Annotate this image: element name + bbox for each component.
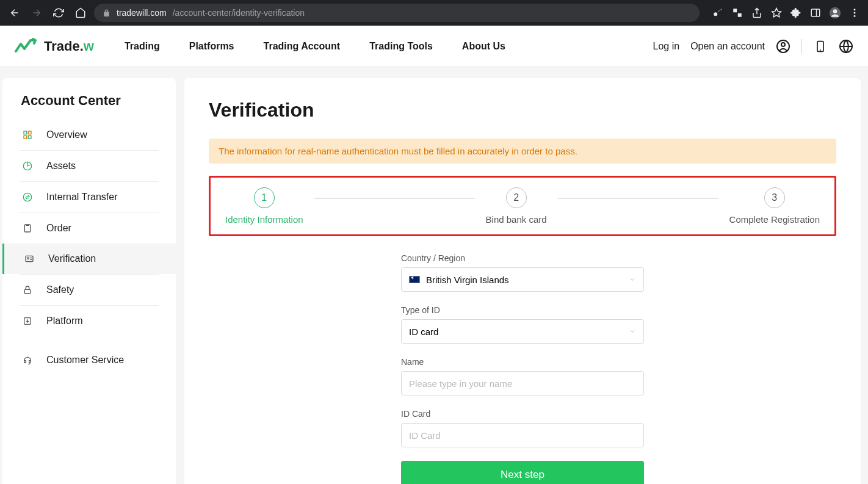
field-label: Country / Region	[401, 253, 644, 263]
field-country: Country / Region British Virgin Islands	[401, 253, 644, 292]
pie-icon	[22, 161, 33, 172]
sidebar-item-safety[interactable]: Safety	[20, 274, 159, 305]
browser-chrome: tradewill.com/account-center/identity-ve…	[0, 0, 868, 26]
nav-trading[interactable]: Trading	[125, 41, 160, 52]
chrome-right-icons	[711, 5, 862, 20]
transfer-icon	[22, 192, 33, 203]
flag-icon	[409, 276, 420, 283]
chevron-down-icon	[629, 276, 636, 283]
main-nav: Trading Platforms Trading Account Tradin…	[125, 41, 505, 52]
site-header: Trade.w Trading Platforms Trading Accoun…	[0, 26, 868, 67]
nav-platforms[interactable]: Platforms	[189, 41, 234, 52]
sidebar-item-platform[interactable]: Platform	[20, 305, 159, 336]
sidebar-item-overview[interactable]: Overview	[20, 120, 159, 150]
svg-point-21	[27, 258, 29, 259]
step-line	[558, 198, 718, 199]
page-title: Verification	[209, 99, 836, 121]
sidebar-item-label: Internal Transfer	[46, 192, 118, 203]
idcard-input[interactable]	[409, 424, 636, 447]
select-value: ID card	[409, 327, 438, 337]
header-right: Log in Open an account	[653, 39, 853, 54]
field-name: Name	[401, 357, 644, 396]
back-button[interactable]	[6, 4, 23, 21]
svg-point-10	[781, 43, 785, 46]
mobile-icon[interactable]	[813, 39, 828, 54]
nav-about-us[interactable]: About Us	[462, 41, 505, 52]
id-icon	[24, 253, 35, 264]
home-button[interactable]	[72, 4, 89, 21]
sidebar-item-label: Verification	[48, 253, 96, 264]
svg-rect-20	[26, 256, 33, 261]
login-link[interactable]: Log in	[653, 41, 680, 52]
sidebar-item-order[interactable]: Order	[20, 212, 159, 244]
svg-rect-16	[28, 131, 31, 134]
sidebar-item-internal-transfer[interactable]: Internal Transfer	[20, 181, 159, 212]
step-1: 1 Identity Information	[225, 187, 303, 225]
open-account-link[interactable]: Open an account	[690, 41, 765, 52]
idtype-select[interactable]: ID card	[401, 319, 644, 344]
step-label: Identity Information	[225, 214, 303, 225]
field-label: ID Card	[401, 409, 644, 419]
nav-trading-account[interactable]: Trading Account	[264, 41, 341, 52]
select-value: British Virgin Islands	[426, 275, 509, 285]
svg-point-19	[23, 193, 31, 201]
lock-icon	[103, 9, 110, 17]
step-number: 2	[506, 187, 527, 208]
account-icon[interactable]	[776, 39, 790, 54]
lock-icon	[22, 284, 33, 295]
field-label: Name	[401, 357, 644, 367]
key-icon[interactable]	[711, 5, 725, 20]
translate-icon[interactable]	[730, 5, 745, 20]
sidebar-item-label: Platform	[46, 316, 83, 327]
content: Verification The information for real-na…	[184, 78, 861, 484]
header-divider	[801, 39, 802, 54]
name-input[interactable]	[409, 372, 636, 395]
sidebar-item-label: Overview	[46, 129, 87, 140]
alert-banner: The information for real-name authentica…	[209, 139, 836, 164]
verification-form: Country / Region British Virgin Islands …	[401, 253, 644, 484]
next-step-button[interactable]: Next step	[401, 461, 644, 484]
chevron-down-icon	[629, 328, 636, 335]
sidebar-item-label: Customer Service	[46, 355, 124, 366]
step-number: 3	[764, 187, 785, 208]
logo[interactable]: Trade.w	[15, 38, 94, 55]
globe-icon[interactable]	[839, 39, 853, 54]
sidebar-title: Account Center	[2, 93, 176, 112]
sidebar-item-customer-service[interactable]: Customer Service	[20, 345, 159, 375]
forward-button[interactable]	[28, 4, 45, 21]
panel-icon[interactable]	[808, 5, 823, 20]
svg-rect-2	[811, 9, 820, 16]
menu-icon[interactable]	[847, 5, 862, 20]
reload-button[interactable]	[50, 4, 67, 21]
svg-rect-17	[24, 135, 27, 139]
logo-mark-icon	[15, 38, 40, 55]
profile-icon[interactable]	[828, 5, 842, 20]
step-label: Bind bank card	[486, 214, 547, 225]
extensions-icon[interactable]	[789, 5, 803, 20]
star-icon[interactable]	[769, 5, 784, 20]
download-icon	[22, 316, 33, 327]
svg-point-8	[854, 15, 856, 17]
url-path: /account-center/identity-verification	[173, 8, 305, 18]
url-host: tradewill.com	[117, 8, 167, 18]
field-idtype: Type of ID ID card	[401, 305, 644, 344]
headset-icon	[22, 355, 33, 366]
url-bar[interactable]: tradewill.com/account-center/identity-ve…	[94, 4, 700, 22]
sidebar-menu: Overview Assets Internal Transfer Order …	[2, 120, 176, 375]
grid-icon	[22, 129, 33, 140]
sidebar-item-assets[interactable]: Assets	[20, 150, 159, 181]
sidebar: Account Center Overview Assets Internal …	[2, 78, 176, 484]
field-label: Type of ID	[401, 305, 644, 315]
step-line	[314, 198, 475, 199]
nav-trading-tools[interactable]: Trading Tools	[369, 41, 433, 52]
sidebar-item-label: Safety	[46, 284, 74, 295]
svg-rect-22	[24, 289, 30, 294]
logo-text: Trade.w	[44, 38, 94, 54]
svg-point-0	[714, 12, 717, 16]
sidebar-item-verification[interactable]: Verification	[2, 244, 176, 274]
share-icon[interactable]	[750, 5, 764, 20]
svg-marker-1	[772, 9, 781, 17]
main-layout: Account Center Overview Assets Internal …	[0, 67, 868, 484]
country-select[interactable]: British Virgin Islands	[401, 267, 644, 292]
svg-rect-15	[24, 131, 27, 134]
